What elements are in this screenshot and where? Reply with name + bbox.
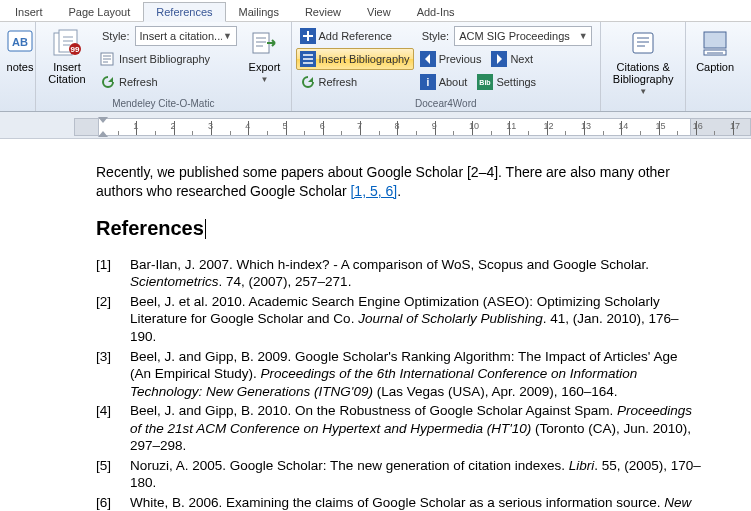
citation-link[interactable]: [1, 5, 6] <box>350 183 397 199</box>
svg-text:AB: AB <box>12 36 28 48</box>
bibliography-icon <box>100 51 116 67</box>
export-button[interactable]: Export ▼ <box>243 24 287 87</box>
plus-icon <box>300 28 316 44</box>
text-cursor <box>205 219 206 239</box>
group-docear: Add Reference Insert Bibliography Refres… <box>292 22 602 111</box>
reference-item: [2]Beel, J. et al. 2010. Academic Search… <box>96 293 701 346</box>
chevron-down-icon: ▼ <box>577 31 589 41</box>
reference-item: [1]Bar-Ilan, J. 2007. Which h-index? - A… <box>96 256 701 291</box>
mendeley-style-combo[interactable]: Insert a citation... ▼ <box>135 26 237 46</box>
book-icon <box>627 27 659 59</box>
info-icon: i <box>420 74 436 90</box>
svg-text:Bib: Bib <box>480 79 491 86</box>
citation-icon: 99 <box>51 27 83 59</box>
about-button[interactable]: i About <box>416 71 472 93</box>
svg-rect-16 <box>633 33 653 53</box>
previous-button[interactable]: Previous <box>416 48 486 70</box>
ruler[interactable]: 1234567891011121314151617 <box>0 112 751 139</box>
tab-addins[interactable]: Add-Ins <box>404 2 468 21</box>
docear-style-row: Style: ACM SIG Proceedings ▼ <box>416 25 597 47</box>
add-reference-button[interactable]: Add Reference <box>296 25 414 47</box>
chevron-down-icon: ▼ <box>639 87 647 96</box>
ribbon-tabs: Insert Page Layout References Mailings R… <box>0 0 751 22</box>
caption-icon <box>699 27 731 59</box>
chevron-down-icon: ▼ <box>222 31 234 41</box>
tab-references[interactable]: References <box>143 2 225 22</box>
paragraph: Recently, we published some papers about… <box>96 163 701 201</box>
tab-view[interactable]: View <box>354 2 404 21</box>
docear-style-combo[interactable]: ACM SIG Proceedings ▼ <box>454 26 592 46</box>
refresh-icon <box>300 74 316 90</box>
partial-button[interactable]: AB notes <box>4 24 36 76</box>
insert-citation-button[interactable]: 99 Insert Citation <box>40 24 94 88</box>
mendeley-insert-bibliography[interactable]: Insert Bibliography <box>96 48 241 70</box>
reference-list: [1]Bar-Ilan, J. 2007. Which h-index? - A… <box>96 256 701 511</box>
tab-mailings[interactable]: Mailings <box>226 2 292 21</box>
document-body[interactable]: Recently, we published some papers about… <box>0 139 751 511</box>
tab-page-layout[interactable]: Page Layout <box>56 2 144 21</box>
svg-rect-17 <box>704 32 726 48</box>
group-citations: Citations & Bibliography ▼ <box>601 22 686 111</box>
reference-item: [4]Beel, J. and Gipp, B. 2010. On the Ro… <box>96 402 701 455</box>
group-mendeley: 99 Insert Citation Style: Insert a citat… <box>36 22 292 111</box>
svg-text:99: 99 <box>71 45 80 54</box>
mendeley-refresh[interactable]: Refresh <box>96 71 241 93</box>
reference-item: [6]White, B. 2006. Examining the claims … <box>96 494 701 511</box>
heading-references: References <box>96 215 701 242</box>
svg-rect-7 <box>253 33 269 53</box>
ribbon: AB notes 99 Insert Citation Style: Inser… <box>0 22 751 112</box>
arrow-left-icon <box>420 51 436 67</box>
docear-refresh[interactable]: Refresh <box>296 71 414 93</box>
refresh-icon <box>100 74 116 90</box>
svg-text:i: i <box>426 77 429 88</box>
style-row: Style: Insert a citation... ▼ <box>96 25 241 47</box>
chevron-down-icon: ▼ <box>261 75 269 84</box>
next-button[interactable]: Next <box>487 48 537 70</box>
citations-bibliography-button[interactable]: Citations & Bibliography ▼ <box>605 24 681 99</box>
tab-insert[interactable]: Insert <box>2 2 56 21</box>
arrow-right-icon <box>491 51 507 67</box>
docear-insert-bibliography[interactable]: Insert Bibliography <box>296 48 414 70</box>
group-caption: Caption <box>686 22 744 111</box>
reference-item: [3]Beel, J. and Gipp, B. 2009. Google Sc… <box>96 348 701 401</box>
list-icon <box>300 51 316 67</box>
tab-review[interactable]: Review <box>292 2 354 21</box>
caption-button[interactable]: Caption <box>690 24 740 76</box>
reference-item: [5]Noruzi, A. 2005. Google Scholar: The … <box>96 457 701 492</box>
bibtex-icon: Bib <box>477 74 493 90</box>
settings-button[interactable]: Bib Settings <box>473 71 540 93</box>
export-icon <box>249 27 281 59</box>
